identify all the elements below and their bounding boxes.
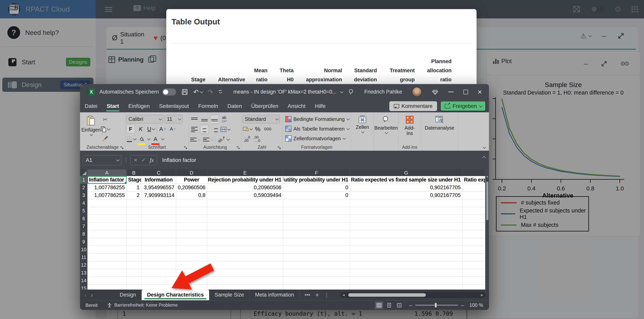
font-size-select[interactable]: 11: [165, 115, 182, 123]
thousands-format-button[interactable]: 000: [264, 125, 272, 133]
ribbon-tab[interactable]: Daten: [223, 100, 247, 112]
cell[interactable]: [350, 215, 462, 223]
align-bottom-button[interactable]: [210, 115, 219, 124]
dialog-launcher-icon[interactable]: [120, 146, 124, 149]
cell[interactable]: Ratio exp: [462, 176, 485, 184]
redo-button[interactable]: ↷: [208, 88, 213, 96]
diamond-icon[interactable]: [432, 88, 438, 95]
cell[interactable]: [283, 246, 350, 254]
wrap-text-button[interactable]: abc↵: [220, 115, 229, 124]
cell[interactable]: [462, 184, 485, 192]
column-header[interactable]: C: [141, 169, 176, 176]
row-header[interactable]: 8: [80, 230, 88, 238]
cell[interactable]: [283, 261, 350, 269]
zoom-slider-thumb[interactable]: [435, 303, 437, 307]
cells-button[interactable]: Zellen: [352, 114, 372, 144]
paste-button[interactable]: Einfügen: [81, 114, 100, 136]
cell[interactable]: [462, 199, 485, 207]
zoom-out-button[interactable]: –: [409, 302, 412, 308]
cell[interactable]: [283, 277, 350, 285]
cut-button[interactable]: ✂: [100, 115, 110, 124]
zoom-in-button[interactable]: –: [461, 302, 464, 308]
column-header[interactable]: D: [176, 169, 207, 176]
cell[interactable]: [176, 246, 207, 254]
cell[interactable]: [350, 238, 462, 246]
font-color-button[interactable]: A: [151, 135, 160, 144]
cell[interactable]: [283, 223, 350, 230]
more-sheets-icon[interactable]: •••: [305, 292, 310, 298]
row-header[interactable]: 5: [80, 207, 88, 215]
select-all-corner[interactable]: [80, 169, 88, 176]
data-analysis-button[interactable]: Datenanalyse: [422, 114, 457, 144]
cell[interactable]: Information: [141, 176, 176, 184]
copy-button[interactable]: [100, 125, 110, 134]
cell[interactable]: [88, 215, 126, 223]
comments-button[interactable]: Kommentare: [389, 101, 437, 111]
cell[interactable]: [176, 223, 207, 230]
collapse-ribbon-icon[interactable]: [483, 145, 486, 149]
cell[interactable]: [350, 246, 462, 254]
cell[interactable]: [283, 238, 350, 246]
cell[interactable]: [88, 277, 126, 285]
cancel-entry-icon[interactable]: ×: [134, 156, 138, 164]
cell-styles-button[interactable]: Zellenformatvorlagen: [285, 134, 350, 143]
cell[interactable]: [126, 207, 141, 215]
column-header[interactable]: [462, 169, 485, 176]
normal-view-button[interactable]: [375, 301, 383, 309]
row-header[interactable]: 7: [80, 223, 88, 230]
cell[interactable]: [462, 230, 485, 238]
cell[interactable]: [462, 238, 485, 246]
cell[interactable]: [126, 254, 141, 261]
cell[interactable]: [141, 207, 176, 215]
cell[interactable]: [141, 238, 176, 246]
increase-indent-button[interactable]: →: [203, 135, 214, 144]
scroll-up-icon[interactable]: ▲: [486, 175, 489, 178]
cell[interactable]: 2: [126, 192, 141, 199]
decrease-font-button[interactable]: A˅: [168, 125, 177, 133]
row-header[interactable]: 11: [80, 254, 88, 261]
align-left-button[interactable]: [190, 125, 199, 134]
name-box[interactable]: A1: [83, 155, 122, 165]
cell[interactable]: [462, 261, 485, 269]
currency-format-button[interactable]: [243, 125, 252, 133]
cell[interactable]: Power: [176, 176, 207, 184]
cell[interactable]: 0,20960506: [207, 184, 283, 192]
scroll-right-icon[interactable]: ▶: [481, 293, 483, 297]
save-button[interactable]: [182, 89, 188, 95]
ribbon-tab[interactable]: Start: [102, 100, 124, 112]
cell[interactable]: [207, 230, 283, 238]
row-header[interactable]: 1: [80, 176, 88, 184]
cell[interactable]: [283, 269, 350, 277]
increase-decimal-button[interactable]: ←,0,00: [243, 135, 251, 144]
cell[interactable]: 0: [283, 184, 350, 192]
row-header[interactable]: 2: [80, 184, 88, 192]
row-header[interactable]: 15: [80, 285, 88, 290]
underline-button[interactable]: U: [146, 125, 155, 133]
align-middle-button[interactable]: [200, 115, 209, 124]
cell[interactable]: [88, 199, 126, 207]
conditional-formatting-button[interactable]: Bedingte Formatierung: [285, 114, 350, 124]
cell[interactable]: [350, 199, 462, 207]
cell[interactable]: [462, 192, 485, 199]
cell[interactable]: [88, 238, 126, 246]
cell[interactable]: [126, 269, 141, 277]
cell[interactable]: [207, 215, 283, 223]
cell[interactable]: [141, 223, 176, 230]
cell[interactable]: 0,902167705: [350, 184, 462, 192]
ribbon-tab[interactable]: Hilfe: [310, 100, 330, 112]
cell[interactable]: [176, 199, 207, 207]
cell[interactable]: Stage: [126, 176, 141, 184]
cell[interactable]: [141, 254, 176, 261]
cell[interactable]: [141, 199, 176, 207]
fill-color-button[interactable]: [137, 135, 146, 144]
cell[interactable]: [141, 230, 176, 238]
insert-function-button[interactable]: fx: [150, 157, 154, 163]
cell[interactable]: [283, 215, 350, 223]
ribbon-tab[interactable]: Formeln: [194, 100, 223, 112]
row-header[interactable]: 12: [80, 261, 88, 269]
page-break-view-button[interactable]: [395, 301, 403, 309]
add-sheet-button[interactable]: +: [315, 291, 319, 299]
ribbon-tab[interactable]: Datei: [80, 100, 102, 112]
percent-format-button[interactable]: %: [254, 125, 262, 133]
row-header[interactable]: 14: [80, 277, 88, 285]
